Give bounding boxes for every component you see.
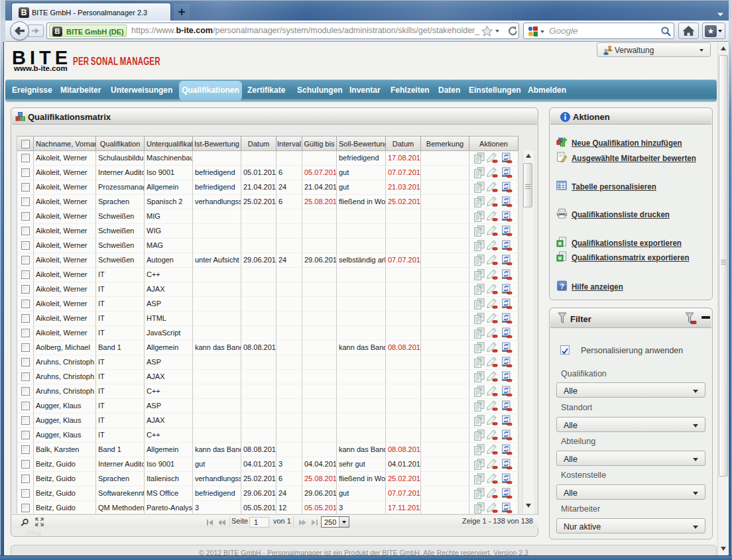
svg-text:?: ? (560, 282, 564, 290)
